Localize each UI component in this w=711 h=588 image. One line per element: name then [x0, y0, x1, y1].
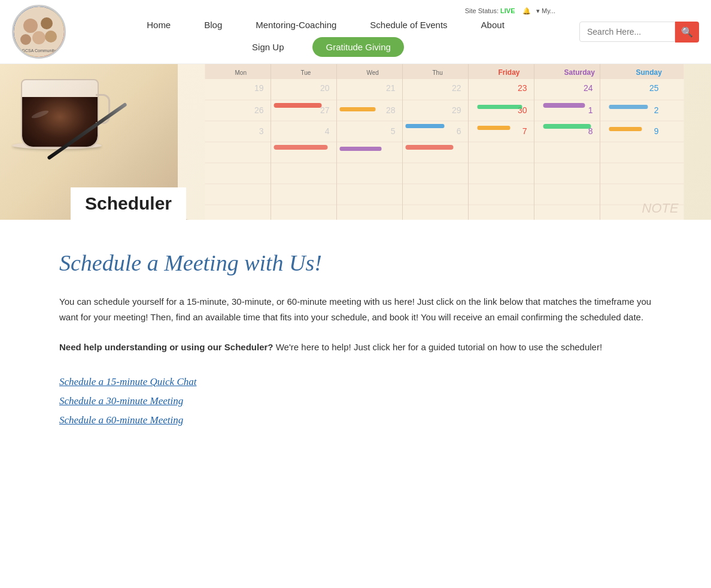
nav-signup[interactable]: Sign Up: [247, 40, 288, 54]
svg-text:2: 2: [654, 105, 659, 115]
svg-text:9: 9: [654, 126, 659, 136]
nav-schedule[interactable]: Schedule of Events: [365, 17, 452, 32]
svg-text:23: 23: [518, 83, 527, 93]
svg-rect-53: [406, 124, 445, 128]
svg-text:Saturday: Saturday: [564, 68, 595, 77]
help-rest-text: We're here to help! Just click her for a…: [276, 342, 602, 352]
calendar-background: Mon Tue Wed Thu Friday Saturday Sunday 1…: [178, 64, 711, 220]
site-status-value: LIVE: [500, 7, 515, 14]
svg-text:21: 21: [386, 83, 396, 93]
svg-text:GCSA Community: GCSA Community: [22, 49, 56, 53]
search-button[interactable]: 🔍: [675, 22, 699, 43]
svg-text:22: 22: [452, 83, 461, 93]
scheduler-title: Scheduler: [85, 193, 172, 213]
site-status-bar: Site Status: LIVE 🔔 ▾ My...: [465, 7, 555, 15]
svg-text:24: 24: [584, 83, 593, 93]
search-input[interactable]: [579, 22, 675, 42]
header: GCSA Community Site Status: LIVE 🔔 ▾ My.…: [0, 0, 711, 64]
svg-rect-57: [609, 105, 648, 109]
svg-rect-59: [406, 145, 454, 150]
svg-text:Tue: Tue: [301, 69, 311, 76]
nav-row-1: Home Blog Mentoring-Coaching Schedule of…: [142, 17, 509, 32]
svg-text:Friday: Friday: [499, 68, 520, 77]
svg-text:20: 20: [320, 83, 330, 93]
svg-text:NOTE: NOTE: [642, 201, 679, 216]
schedule-link-15[interactable]: Schedule a 15-minute Quick Chat: [59, 376, 652, 388]
nav-mentoring[interactable]: Mentoring-Coaching: [251, 17, 341, 32]
logo-area: GCSA Community: [12, 5, 84, 59]
svg-rect-54: [274, 145, 328, 150]
svg-text:4: 4: [325, 126, 330, 136]
main-content: Schedule a Meeting with Us! You can sche…: [41, 220, 670, 462]
nav-row-2: Sign Up Gratitude Giving: [247, 37, 404, 57]
svg-rect-55: [478, 126, 511, 130]
nav-home[interactable]: Home: [142, 17, 175, 32]
svg-text:Thu: Thu: [433, 69, 443, 76]
section-heading: Schedule a Meeting with Us!: [59, 250, 652, 276]
svg-text:27: 27: [320, 105, 330, 115]
nav-area: Site Status: LIVE 🔔 ▾ My... Home Blog Me…: [84, 7, 567, 57]
hero-label: Scheduler: [71, 187, 186, 220]
logo-image: GCSA Community: [12, 5, 66, 59]
svg-text:19: 19: [254, 83, 264, 93]
search-area: 🔍: [579, 22, 699, 43]
search-icon: 🔍: [681, 27, 693, 37]
svg-text:5: 5: [391, 126, 396, 136]
svg-point-2: [41, 17, 53, 29]
svg-point-1: [23, 19, 38, 33]
svg-text:Mon: Mon: [235, 69, 247, 76]
schedule-links-container: Schedule a 15-minute Quick Chat Schedule…: [59, 376, 652, 426]
gratitude-button[interactable]: Gratitude Giving: [312, 37, 403, 57]
svg-point-3: [32, 31, 45, 44]
site-status-label: Site Status:: [465, 7, 499, 14]
schedule-link-30[interactable]: Schedule a 30-minute Meeting: [59, 395, 652, 407]
svg-text:28: 28: [386, 105, 396, 115]
nav-blog[interactable]: Blog: [199, 17, 227, 32]
svg-rect-8: [205, 64, 684, 79]
logo-svg: GCSA Community: [14, 7, 64, 57]
svg-rect-58: [340, 147, 382, 151]
svg-rect-51: [478, 105, 522, 109]
svg-text:29: 29: [452, 105, 461, 115]
svg-text:3: 3: [259, 126, 264, 136]
svg-text:1: 1: [588, 105, 593, 115]
intro-paragraph: You can schedule yourself for a 15-minut…: [59, 294, 652, 325]
svg-text:6: 6: [457, 126, 461, 136]
svg-rect-50: [340, 107, 376, 111]
hero-banner: Mon Tue Wed Thu Friday Saturday Sunday 1…: [0, 64, 711, 220]
svg-text:Sunday: Sunday: [636, 68, 663, 77]
help-paragraph: Need help understanding or using our Sch…: [59, 340, 652, 355]
calendar-svg: Mon Tue Wed Thu Friday Saturday Sunday 1…: [178, 64, 711, 220]
notification-icon[interactable]: 🔔: [522, 7, 531, 14]
user-menu[interactable]: ▾ My...: [536, 7, 555, 14]
help-bold-text: Need help understanding or using our Sch…: [59, 342, 274, 352]
svg-text:Wed: Wed: [367, 69, 379, 76]
svg-rect-52: [543, 103, 585, 108]
svg-rect-49: [274, 103, 322, 108]
nav-about[interactable]: About: [476, 17, 509, 32]
schedule-link-60[interactable]: Schedule a 60-minute Meeting: [59, 414, 652, 426]
svg-text:26: 26: [254, 105, 264, 115]
svg-rect-56: [543, 124, 591, 129]
coffee-cup-area: [18, 73, 102, 149]
svg-text:7: 7: [522, 126, 527, 136]
svg-text:25: 25: [649, 83, 659, 93]
svg-point-4: [20, 34, 31, 45]
svg-rect-60: [609, 127, 642, 131]
svg-point-5: [45, 31, 57, 43]
